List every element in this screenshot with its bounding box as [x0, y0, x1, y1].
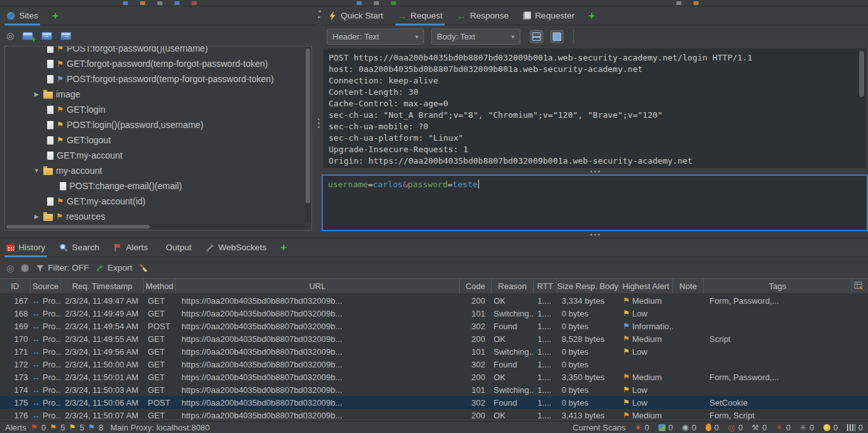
panel-splitter-vertical[interactable]	[317, 6, 322, 238]
flag-icon: ⚑	[56, 213, 63, 220]
table-row-169[interactable]: 169↔Pro...2/3/24, 11:49:54 AMPOSThttps:/…	[0, 320, 868, 332]
broom-icon[interactable]	[139, 263, 148, 273]
main-splitter-handle[interactable]	[322, 231, 868, 238]
request-headers-editor[interactable]: POST https://0aa200b4035bd0b8807bd032009…	[324, 48, 866, 168]
chevron-right-icon[interactable]: ▶	[33, 213, 40, 220]
request-headers-scrollbar[interactable]	[858, 50, 865, 167]
table-settings-icon[interactable]	[854, 281, 863, 290]
cell-source: ↔Pro...	[31, 371, 61, 383]
tab-requester[interactable]: Requester	[523, 6, 574, 25]
cell-source: ↔Pro...	[31, 409, 61, 421]
request-body-editor[interactable]: username=carlos&password=teste	[322, 174, 868, 231]
split-horizontal-button[interactable]	[530, 30, 543, 43]
table-row-168[interactable]: 168↔Pro...2/3/24, 11:49:49 AMGEThttps://…	[0, 307, 868, 320]
tab-alerts[interactable]: Alerts	[113, 238, 148, 257]
table-row-176[interactable]: 176↔Pro...2/3/24, 11:50:07 AMGEThttps://…	[0, 409, 868, 421]
tab-websockets[interactable]: WebSockets	[206, 238, 267, 257]
tab-scroll-left-icon[interactable]: ◄	[317, 9, 322, 13]
tab-response[interactable]: ←Response	[457, 6, 509, 25]
export-context-icon[interactable]	[60, 32, 71, 40]
flag-red-icon	[113, 243, 122, 252]
cell-code: 302	[460, 358, 492, 371]
tab-search[interactable]: Search	[59, 238, 99, 257]
tree-item-get-forgot-password-temp-forgot-password-token[interactable]: ⚑GET:forgot-password(temp-forgot-passwor…	[5, 56, 311, 71]
cell-alert-label: Medium	[632, 411, 662, 420]
lightning-icon	[328, 11, 337, 20]
tab-output-label: Output	[166, 243, 192, 252]
tree-item-get-login[interactable]: ⚑GET:login	[5, 102, 311, 117]
filter-button[interactable]: Filter: OFF	[36, 263, 89, 273]
new-context-icon[interactable]	[22, 32, 33, 40]
cell-timestamp: 2/3/24, 11:49:47 AM	[61, 294, 144, 307]
request-header-line: Upgrade-Insecure-Requests: 1	[329, 144, 857, 155]
import-context-icon[interactable]	[41, 32, 52, 40]
cell-size: 0 bytes	[557, 320, 619, 332]
column-header-source[interactable]: Source	[31, 279, 61, 294]
scan-counter-burst-gray: ✳0	[799, 423, 814, 432]
tab-quick-start[interactable]: Quick Start	[328, 6, 383, 25]
tree-item-post-forgot-password-username[interactable]: ⚑POST:forgot-password()(username)	[5, 46, 311, 56]
tree-item-get-logout[interactable]: ⚑GET:logout	[5, 132, 311, 148]
tree-item-image[interactable]: ▶image	[5, 87, 311, 102]
chevron-right-icon[interactable]: ▶	[33, 91, 40, 97]
alert-flag-red-icon: ⚑	[31, 423, 38, 432]
column-header-req-timestamp[interactable]: Req. Timestamp	[61, 279, 144, 294]
table-row-173[interactable]: 173↔Pro...2/3/24, 11:50:01 AMGEThttps://…	[0, 371, 868, 383]
table-row-174[interactable]: 174↔Pro...2/3/24, 11:50:03 AMGEThttps://…	[0, 383, 868, 396]
column-header-method[interactable]: Method	[144, 279, 176, 294]
tree-item-post-change-email-email[interactable]: POST:change-email()(email)	[5, 178, 311, 194]
tree-item-label: image	[56, 89, 80, 99]
scope-target-icon[interactable]: ◎	[6, 264, 14, 273]
tab-websockets-label: WebSockets	[218, 243, 267, 252]
tree-item-get-my-account[interactable]: GET:my-account	[5, 148, 311, 163]
tab-history[interactable]: History	[6, 238, 45, 257]
tab-request[interactable]: →Request	[397, 6, 443, 25]
table-row-172[interactable]: 172↔Pro...2/3/24, 11:50:00 AMGEThttps://…	[0, 358, 868, 371]
bidirectional-arrow-icon: ↔	[32, 309, 40, 318]
tab-add-tab[interactable]: +	[280, 238, 287, 257]
tab-scroll-buttons[interactable]: ◄ ►	[317, 9, 322, 19]
column-header-tags[interactable]: Tags	[704, 279, 852, 294]
request-splitter-handle[interactable]	[322, 168, 868, 174]
scope-target-icon[interactable]: ◎	[6, 31, 14, 40]
cell-note	[673, 320, 704, 332]
tab-sites[interactable]: Sites	[6, 6, 38, 25]
column-header-url[interactable]: URL	[176, 279, 460, 294]
table-row-170[interactable]: 170↔Pro...2/3/24, 11:49:55 AMGEThttps://…	[0, 332, 868, 345]
cell-url: https://0aa200b4035bd0b8807bd032009b...	[176, 345, 460, 358]
cell-alert: ⚑Medium	[619, 294, 673, 307]
column-header-reason[interactable]: Reason	[492, 279, 534, 294]
column-header-rtt[interactable]: RTT	[534, 279, 557, 294]
table-row-167[interactable]: 167↔Pro...2/3/24, 11:49:47 AMGEThttps://…	[0, 294, 868, 307]
table-row-171[interactable]: 171↔Pro...2/3/24, 11:49:56 AMGEThttps://…	[0, 345, 868, 358]
tree-item-post-login-password-username[interactable]: ⚑POST:login()(password,username)	[5, 117, 311, 132]
cell-alert-label: Medium	[632, 373, 662, 382]
add-tab-icon[interactable]: +	[52, 10, 59, 21]
tab-output[interactable]: Output	[162, 238, 192, 257]
body-view-dropdown[interactable]: Body: Text ▾	[431, 29, 520, 45]
table-row-175[interactable]: 175↔Pro...2/3/24, 11:50:06 AMPOSThttps:/…	[0, 396, 868, 409]
flag-icon: ⚑	[623, 373, 630, 381]
tree-item-get-my-account-id[interactable]: ⚑GET:my-account(id)	[5, 194, 311, 209]
tab-scroll-right-icon[interactable]: ►	[317, 15, 322, 19]
header-view-dropdown[interactable]: Header: Text ▾	[327, 29, 424, 45]
combined-view-button[interactable]	[550, 30, 564, 43]
tree-item-resources[interactable]: ▶⚑resources	[5, 209, 311, 224]
globe-gray-icon[interactable]	[20, 264, 29, 273]
tab-add-tab[interactable]: +	[588, 6, 595, 25]
scan-count: 0	[669, 423, 673, 432]
export-button[interactable]: Export	[96, 263, 132, 273]
scan-counter-spider: ✳0	[634, 423, 649, 432]
chevron-down-icon[interactable]: ▼	[33, 167, 40, 174]
column-header-code[interactable]: Code	[460, 279, 492, 294]
tree-vertical-scrollbar[interactable]	[305, 47, 311, 223]
column-header-highest-alert[interactable]: Highest Alert	[619, 279, 673, 294]
tree-horizontal-scrollbar[interactable]	[6, 224, 304, 229]
pick-icon: ⚒	[751, 423, 759, 432]
tree-item-my-account[interactable]: ▼my-account	[5, 163, 311, 178]
column-header-note[interactable]: Note	[673, 279, 704, 294]
column-header-size-resp-body[interactable]: Size Resp. Body	[557, 279, 619, 294]
tree-item-post-forgot-password-temp-forgot-password-token[interactable]: ⚑POST:forgot-password(temp-forgot-passwo…	[5, 71, 311, 87]
cell-url: https://0aa200b4035bd0b8807bd032009b...	[176, 294, 460, 307]
column-header-id[interactable]: ID	[0, 279, 31, 294]
